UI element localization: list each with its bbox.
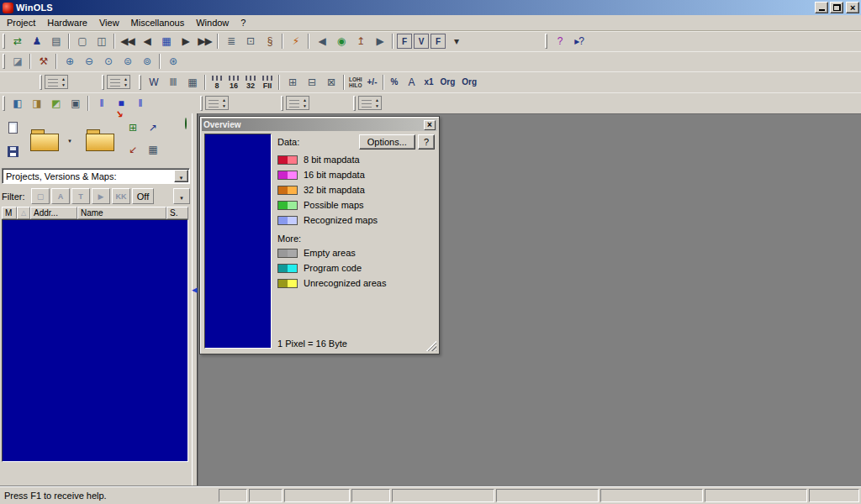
- view-32bit-button[interactable]: 32: [243, 74, 258, 91]
- insert-columns-icon[interactable]: ⊞: [283, 74, 302, 91]
- duplicate-window-icon[interactable]: ▣: [66, 95, 85, 112]
- new-project-button[interactable]: [3, 117, 22, 138]
- options-button[interactable]: Options...: [359, 134, 415, 150]
- insert-rows-icon[interactable]: ⊟: [302, 74, 321, 91]
- font-size-icon[interactable]: A: [401, 74, 420, 91]
- resize-grip-icon[interactable]: [426, 341, 436, 351]
- toolbar-grip[interactable]: [353, 96, 356, 111]
- view-16bit-button[interactable]: 16: [226, 74, 241, 91]
- context-help-icon[interactable]: ▸?: [569, 33, 589, 50]
- zoom-in-icon[interactable]: ⊕: [60, 53, 79, 70]
- add-version-icon[interactable]: ⊞: [123, 117, 143, 139]
- column-mode-icon[interactable]: ‖‖: [163, 74, 182, 91]
- element-width-spinner[interactable]: [45, 75, 68, 89]
- nav-back-icon[interactable]: ◀: [312, 33, 331, 50]
- zoom-selection-icon[interactable]: ⊙: [98, 53, 118, 70]
- import-data-icon[interactable]: ⇄: [8, 33, 27, 50]
- filter-play-button[interactable]: ▶: [92, 188, 110, 204]
- open-project-dropdown[interactable]: [64, 117, 76, 162]
- potentiometer-2-icon[interactable]: ‖: [130, 95, 150, 112]
- nav-first-icon[interactable]: ◀◀: [118, 33, 137, 50]
- column-address[interactable]: Addr...: [30, 207, 77, 219]
- column-sort[interactable]: △: [17, 207, 30, 219]
- eraser-icon[interactable]: ◪: [8, 53, 27, 70]
- view-3d-icon[interactable]: ◨: [27, 95, 46, 112]
- close-button[interactable]: [846, 2, 859, 13]
- hardware-device-icon[interactable]: ♟: [27, 33, 46, 50]
- window-value-button[interactable]: V: [414, 34, 429, 49]
- toolbar-grip[interactable]: [3, 96, 5, 111]
- nav-last-icon[interactable]: ▶▶: [195, 33, 214, 50]
- fit-width-icon[interactable]: W: [144, 74, 163, 91]
- map-columns-spinner[interactable]: [205, 96, 229, 110]
- window-hex-button[interactable]: F: [397, 34, 412, 49]
- overview-title-bar[interactable]: Overview: [202, 118, 437, 131]
- insert-grid-icon[interactable]: ⊠: [321, 74, 341, 91]
- column-size[interactable]: S.: [166, 207, 188, 219]
- original-compare-button[interactable]: Org: [458, 77, 480, 87]
- minimize-button[interactable]: [815, 2, 828, 13]
- zoom-fit-icon[interactable]: ⊜: [118, 53, 137, 70]
- filter-type-button[interactable]: T: [71, 188, 90, 204]
- tools-hammer-icon[interactable]: ⚒: [34, 53, 53, 70]
- nav-next-icon[interactable]: ▶: [176, 33, 195, 50]
- original-values-button[interactable]: Org: [437, 77, 459, 87]
- signed-values-button[interactable]: +/-: [364, 77, 381, 87]
- view-8bit-button[interactable]: 8: [209, 74, 224, 91]
- import-version-icon[interactable]: ↙: [123, 139, 143, 160]
- filter-font-button[interactable]: A: [51, 188, 70, 204]
- open-project-button[interactable]: [25, 117, 64, 162]
- filter-selection-button[interactable]: ▢: [31, 188, 50, 204]
- panel-splitter[interactable]: ◀: [192, 113, 198, 486]
- text-report-icon[interactable]: ≣: [221, 33, 240, 50]
- zoom-original-icon[interactable]: ⊚: [137, 53, 156, 70]
- window-hexdump-icon[interactable]: ▢: [72, 33, 92, 50]
- filter-kk-button[interactable]: KK: [112, 188, 130, 204]
- menu-miscellanous[interactable]: Miscellanous: [125, 16, 191, 30]
- import-file-button[interactable]: [81, 117, 119, 162]
- checksum-icon[interactable]: §: [260, 33, 279, 50]
- menu-project[interactable]: Project: [1, 16, 41, 30]
- upload-eprom-icon[interactable]: ↥: [351, 33, 370, 50]
- menu-hardware[interactable]: Hardware: [41, 16, 93, 30]
- toolbar-grip[interactable]: [545, 34, 547, 49]
- menu-view[interactable]: View: [93, 16, 125, 30]
- collapse-panel-icon[interactable]: ◀: [192, 286, 198, 294]
- potentiometer-icon[interactable]: ‖: [92, 95, 111, 112]
- toolbar-grip[interactable]: [40, 75, 42, 90]
- overview-pixel-map[interactable]: [204, 134, 272, 349]
- toolbar-grip[interactable]: [200, 96, 203, 111]
- toolbar-options-icon[interactable]: ▾: [446, 33, 466, 50]
- online-update-button[interactable]: [185, 118, 187, 129]
- restore-button[interactable]: [830, 2, 843, 13]
- toolbar-grip[interactable]: [3, 54, 5, 69]
- view-float-button[interactable]: FII: [260, 74, 275, 91]
- menu-help[interactable]: ?: [235, 16, 251, 30]
- view-combo-box[interactable]: Projects, Versions & Maps:: [2, 168, 190, 184]
- element-height-spinner[interactable]: [107, 75, 130, 89]
- print-icon[interactable]: ▤: [46, 33, 66, 50]
- factor-x1-button[interactable]: x1: [420, 77, 436, 87]
- menu-window[interactable]: Window: [190, 16, 235, 30]
- hexdump-grid-icon[interactable]: ▦: [156, 33, 176, 50]
- save-project-button[interactable]: [3, 141, 22, 162]
- map-precision-spinner[interactable]: [358, 96, 382, 110]
- overview-help-button[interactable]: ?: [418, 134, 435, 150]
- maps-list-icon[interactable]: ▦: [143, 139, 163, 160]
- download-internet-icon[interactable]: ◉: [331, 33, 351, 50]
- grid-mode-icon[interactable]: ▦: [182, 74, 202, 91]
- filter-off-button[interactable]: Off: [132, 188, 154, 204]
- toolbar-grip[interactable]: [102, 75, 104, 90]
- export-version-icon[interactable]: ↗: [143, 117, 163, 139]
- help-icon[interactable]: ?: [550, 33, 569, 50]
- window-map-button[interactable]: F: [430, 34, 446, 49]
- zoom-out-icon[interactable]: ⊖: [79, 53, 98, 70]
- search-document-icon[interactable]: ⊡: [240, 33, 260, 50]
- nav-prev-icon[interactable]: ◀: [137, 33, 156, 50]
- connect-ecu-icon[interactable]: ⚡: [286, 33, 305, 50]
- nav-forward-icon[interactable]: ▶: [370, 33, 389, 50]
- byte-order-button[interactable]: LOHI HILO: [347, 76, 364, 88]
- combo-dropdown-button[interactable]: [174, 170, 188, 182]
- percent-view-button[interactable]: %: [387, 77, 401, 87]
- view-2d-icon[interactable]: ◧: [8, 95, 27, 112]
